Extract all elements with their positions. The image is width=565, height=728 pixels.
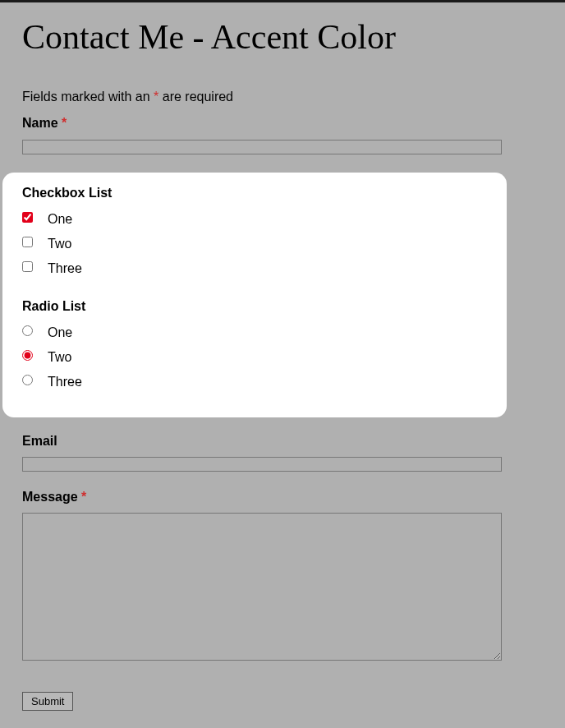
required-note-prefix: Fields marked with an — [22, 90, 154, 104]
radio-option: Two — [22, 350, 487, 365]
checkbox-group: Checkbox List One Two Three — [22, 186, 487, 276]
email-input[interactable] — [22, 457, 502, 472]
radio-two[interactable] — [22, 350, 33, 361]
name-label: Name * — [22, 116, 543, 131]
required-note-suffix: are required — [158, 90, 233, 104]
message-label-text: Message — [22, 490, 81, 504]
name-required-asterisk: * — [62, 116, 67, 130]
checkbox-option-label: One — [48, 212, 72, 227]
checkbox-option: One — [22, 212, 487, 227]
message-textarea[interactable] — [22, 513, 502, 661]
email-label: Email — [22, 434, 543, 449]
checkbox-one[interactable] — [22, 212, 33, 223]
radio-option-label: One — [48, 325, 72, 340]
checkbox-option-label: Three — [48, 261, 82, 276]
radio-three[interactable] — [22, 375, 33, 385]
radio-option: Three — [22, 375, 487, 389]
checkbox-option: Two — [22, 237, 487, 251]
radio-option: One — [22, 325, 487, 340]
checkbox-two[interactable] — [22, 237, 33, 247]
name-field-block: Name * — [22, 116, 543, 154]
radio-option-label: Two — [48, 350, 71, 365]
radio-group: Radio List One Two Three — [22, 299, 487, 389]
name-label-text: Name — [22, 116, 62, 130]
checkbox-option-label: Two — [48, 237, 71, 251]
required-fields-note: Fields marked with an * are required — [22, 90, 543, 104]
page-container: Contact Me - Accent Color Fields marked … — [0, 17, 565, 728]
checkbox-option: Three — [22, 261, 487, 276]
message-label: Message * — [22, 490, 543, 505]
window-top-border — [0, 0, 565, 2]
radio-option-label: Three — [48, 375, 82, 389]
checkbox-three[interactable] — [22, 261, 33, 272]
email-field-block: Email — [22, 434, 543, 472]
page-title: Contact Me - Accent Color — [22, 17, 543, 57]
message-required-asterisk: * — [81, 490, 86, 504]
checkbox-group-label: Checkbox List — [22, 186, 487, 200]
submit-button[interactable]: Submit — [22, 692, 73, 711]
list-options-card: Checkbox List One Two Three Radio List O… — [2, 173, 507, 417]
radio-group-label: Radio List — [22, 299, 487, 314]
name-input[interactable] — [22, 140, 502, 154]
message-field-block: Message * — [22, 490, 543, 664]
radio-one[interactable] — [22, 325, 33, 336]
